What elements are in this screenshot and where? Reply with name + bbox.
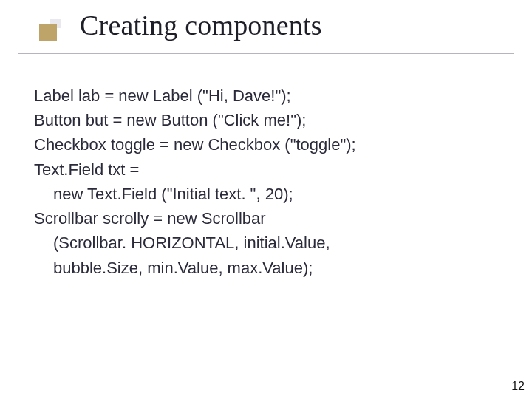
code-line: Button but = new Button ("Click me!"); [34, 109, 492, 132]
code-text: (Scrollbar. HORIZONTAL, initial.Value, [34, 231, 492, 254]
slide-title: Creating components [80, 9, 322, 41]
code-line: Scrollbar scrolly = new Scrollbar [34, 207, 492, 230]
page-number: 12 [511, 380, 525, 393]
code-line-indent: bubble.Size, min.Value, max.Value); [34, 256, 492, 279]
code-text: bubble.Size, min.Value, max.Value); [34, 256, 492, 279]
code-line: Label lab = new Label ("Hi, Dave!"); [34, 84, 492, 107]
title-bullet-icon [39, 19, 75, 50]
code-text: new Text.Field ("Initial text. ", 20); [34, 183, 492, 205]
title-divider [18, 53, 514, 54]
code-body: Label lab = new Label ("Hi, Dave!"); But… [34, 84, 492, 281]
code-line-indent: (Scrollbar. HORIZONTAL, initial.Value, [34, 231, 492, 254]
bullet-large-square [39, 24, 57, 41]
code-line: Text.Field txt = [34, 158, 492, 181]
code-line: Checkbox toggle = new Checkbox ("toggle"… [34, 133, 492, 156]
slide: Creating components Label lab = new Labe… [0, 0, 532, 399]
code-line-indent: new Text.Field ("Initial text. ", 20); [34, 183, 492, 205]
